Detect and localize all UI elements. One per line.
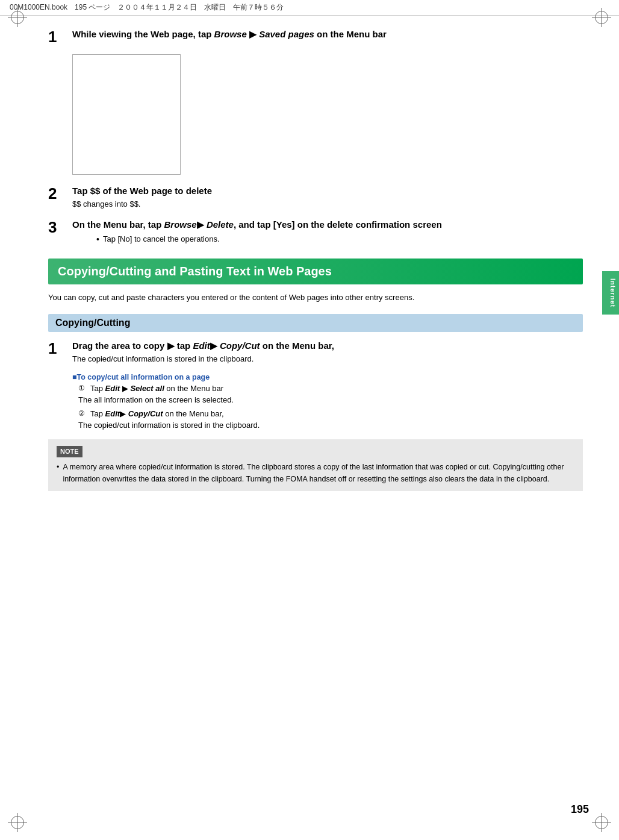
step-1-title: While viewing the Web page, tap Browse ▶…	[72, 28, 583, 40]
sub-steps-header: ■To copy/cut all information on a page	[72, 373, 583, 381]
step-2-number: 2	[48, 186, 67, 201]
step-3-block: 3 On the Menu bar, tap Browse▶ Delete, a…	[48, 218, 583, 244]
drag-step-content: Drag the area to copy ▶ tap Edit▶ Copy/C…	[67, 339, 583, 363]
page-number: 195	[571, 803, 589, 816]
drag-step-number: 1	[48, 340, 67, 356]
sub-step-2: ② Tap Edit▶ Copy/Cut on the Menu bar,	[78, 409, 583, 418]
step-1-number: 1	[48, 29, 67, 45]
step-2-subtitle: $$ changes into $$.	[72, 199, 583, 208]
step-3-bullet: Tap [No] to cancel the operations.	[96, 234, 583, 244]
corner-crosshair-bl	[11, 816, 24, 829]
sub-step-2-desc: The copied/cut information is stored in …	[78, 421, 583, 430]
note-text: A memory area where copied/cut informati…	[63, 461, 574, 485]
step-3-content: On the Menu bar, tap Browse▶ Delete, and…	[67, 218, 583, 244]
sub-step-1: ① Tap Edit ▶ Select all on the Menu bar	[78, 384, 583, 393]
drag-step-block: 1 Drag the area to copy ▶ tap Edit▶ Copy…	[48, 339, 583, 363]
sub-step-2-title: Tap Edit▶ Copy/Cut on the Menu bar,	[90, 409, 583, 418]
main-section-title: Copying/Cutting and Pasting Text in Web …	[58, 265, 332, 278]
step-3-number: 3	[48, 219, 67, 235]
step-2-title: Tap $$ of the Web page to delete	[72, 184, 583, 197]
step-1-content: While viewing the Web page, tap Browse ▶…	[67, 28, 583, 40]
section-description-text: You can copy, cut and paste characters y…	[48, 293, 414, 302]
note-box: NOTE A memory area where copied/cut info…	[48, 439, 583, 492]
screenshot-image	[72, 54, 181, 175]
subsection-title: Copying/Cutting	[55, 318, 130, 328]
step-3-title: On the Menu bar, tap Browse▶ Delete, and…	[72, 218, 583, 231]
sub-step-1-title: Tap Edit ▶ Select all on the Menu bar	[90, 384, 583, 393]
header-bar: 00M1000EN.book 195 ページ ２００４年１１月２４日 水曜日 午…	[0, 0, 619, 16]
note-label: NOTE	[57, 446, 82, 458]
sub-step-1-desc: The all information on the screen is sel…	[78, 395, 583, 404]
note-content: A memory area where copied/cut informati…	[57, 461, 574, 485]
sub-step-2-num: ②	[78, 409, 88, 418]
step-2-block: 2 Tap $$ of the Web page to delete $$ ch…	[48, 184, 583, 208]
sub-step-1-num: ①	[78, 384, 88, 392]
sub-steps-header-text: ■To copy/cut all information on a page	[72, 373, 210, 381]
step-2-content: Tap $$ of the Web page to delete $$ chan…	[67, 184, 583, 208]
step-1-block: 1 While viewing the Web page, tap Browse…	[48, 28, 583, 45]
drag-step-title: Drag the area to copy ▶ tap Edit▶ Copy/C…	[72, 339, 583, 352]
page-content: 1 While viewing the Web page, tap Browse…	[0, 16, 619, 503]
header-text: 00M1000EN.book 195 ページ ２００４年１１月２４日 水曜日 午…	[10, 2, 284, 13]
corner-crosshair-br	[595, 816, 608, 829]
section-description: You can copy, cut and paste characters y…	[48, 292, 583, 304]
main-section-header: Copying/Cutting and Pasting Text in Web …	[48, 259, 583, 284]
drag-step-subtitle: The copied/cut information is stored in …	[72, 354, 583, 363]
subsection-header: Copying/Cutting	[48, 314, 583, 332]
